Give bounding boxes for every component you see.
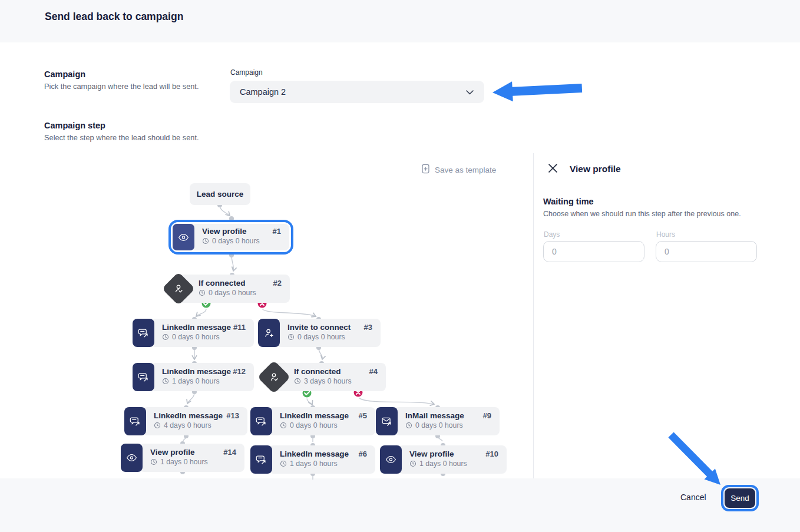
- flow-node-linkedin-message-12[interactable]: LinkedIn message#12 1 days 0 hours: [133, 363, 254, 391]
- clock-icon: [280, 422, 287, 429]
- campaign-section-label: Campaign: [44, 70, 85, 79]
- document-plus-icon: [421, 164, 430, 176]
- node-title: View profile: [150, 448, 195, 457]
- clock-icon: [162, 378, 169, 385]
- annotation-arrow-dropdown: [492, 81, 582, 101]
- flow-node-linkedin-message-5[interactable]: LinkedIn message#5 0 days 0 hours: [250, 407, 375, 435]
- mail-arrow-icon: [376, 407, 398, 435]
- node-title: If connected: [199, 279, 246, 288]
- node-number: #4: [369, 367, 378, 376]
- node-title: View profile: [202, 227, 247, 236]
- node-title: LinkedIn message: [280, 411, 349, 420]
- node-title: LinkedIn message: [162, 323, 231, 332]
- campaign-step-label: Campaign step: [44, 121, 105, 130]
- eye-icon: [380, 445, 402, 474]
- node-number: #1: [273, 227, 281, 236]
- flow-node-invite-to-connect-3[interactable]: Invite to connect#3 0 days 0 hours: [258, 319, 381, 347]
- chat-arrow-icon: [133, 363, 154, 391]
- hours-label: Hours: [656, 230, 675, 239]
- flow-node-linkedin-message-11[interactable]: LinkedIn message#11 0 days 0 hours: [133, 319, 254, 347]
- chat-arrow-icon: [124, 407, 146, 435]
- node-delay: 3 days 0 hours: [304, 377, 352, 385]
- node-number: #5: [359, 411, 367, 420]
- node-number: #13: [226, 411, 239, 420]
- panel-divider: [533, 153, 534, 478]
- eye-icon: [173, 224, 194, 250]
- flow-node-view-profile-1[interactable]: View profile#1 0 days 0 hours: [173, 224, 289, 250]
- node-number: #12: [233, 367, 246, 376]
- chat-arrow-icon: [250, 445, 272, 474]
- clock-icon: [294, 378, 301, 385]
- node-title: LinkedIn message: [162, 367, 231, 376]
- page-title: Send lead back to campaign: [45, 11, 183, 23]
- clock-icon: [287, 333, 295, 341]
- close-icon[interactable]: [548, 164, 560, 176]
- node-title: LinkedIn message: [280, 450, 349, 458]
- days-label: Days: [544, 230, 560, 239]
- send-button[interactable]: Send: [725, 488, 755, 508]
- chevron-down-icon: [466, 87, 474, 97]
- node-delay: 1 days 0 hours: [172, 377, 220, 385]
- person-plus-icon: [258, 319, 280, 347]
- lead-source-node[interactable]: Lead source: [190, 183, 250, 205]
- waiting-time-title: Waiting time: [543, 197, 594, 206]
- flow-node-linkedin-message-6[interactable]: LinkedIn message#6 1 days 0 hours: [250, 445, 375, 474]
- node-title: If connected: [294, 367, 341, 376]
- save-as-template-button[interactable]: Save as template: [421, 164, 496, 176]
- node-delay: 0 days 0 hours: [415, 421, 463, 429]
- node-title: View profile: [409, 450, 454, 458]
- node-number: #9: [483, 411, 491, 420]
- clock-icon: [154, 422, 161, 429]
- flow-node-view-profile-10[interactable]: View profile#10 1 days 0 hours: [380, 445, 507, 474]
- node-title: InMail message: [405, 411, 464, 420]
- node-title: LinkedIn message: [154, 411, 223, 420]
- node-delay: 1 days 0 hours: [419, 460, 467, 468]
- days-input[interactable]: [543, 241, 644, 262]
- node-number: #10: [485, 450, 498, 458]
- clock-icon: [280, 460, 287, 467]
- clock-icon: [162, 333, 169, 341]
- node-delay: 1 days 0 hours: [290, 460, 338, 468]
- node-number: #14: [223, 448, 236, 457]
- flow-node-inmail-message-9[interactable]: InMail message#9 0 days 0 hours: [376, 407, 500, 435]
- node-number: #11: [233, 323, 246, 332]
- node-number: #2: [273, 279, 282, 288]
- campaign-select-value: Campaign 2: [240, 87, 286, 97]
- campaign-field-label: Campaign: [230, 68, 263, 77]
- node-title: Invite to connect: [287, 323, 351, 332]
- selected-step-highlight: View profile#1 0 days 0 hours: [168, 220, 293, 255]
- campaign-select[interactable]: Campaign 2: [230, 81, 484, 103]
- chat-arrow-icon: [133, 319, 154, 347]
- node-delay: 1 days 0 hours: [160, 458, 208, 466]
- cancel-button[interactable]: Cancel: [680, 493, 706, 502]
- node-delay: 0 days 0 hours: [297, 333, 345, 341]
- panel-title: View profile: [570, 164, 621, 174]
- campaign-step-desc: Select the step where the lead should be…: [44, 133, 199, 142]
- waiting-time-desc: Choose when we should run this step afte…: [543, 210, 741, 218]
- chat-arrow-icon: [250, 407, 272, 435]
- clock-icon: [202, 237, 209, 244]
- node-number: #6: [359, 450, 367, 458]
- flow-node-linkedin-message-13[interactable]: LinkedIn message#13 4 days 0 hours: [124, 407, 247, 435]
- node-delay: 0 days 0 hours: [172, 333, 220, 341]
- modal-header: Send lead back to campaign: [0, 0, 800, 42]
- campaign-section-desc: Pick the campaign where the lead will be…: [44, 82, 199, 91]
- clock-icon: [405, 422, 412, 429]
- hours-input[interactable]: [656, 241, 757, 262]
- eye-icon: [121, 444, 143, 472]
- flow-node-view-profile-14[interactable]: View profile#14 1 days 0 hours: [121, 444, 244, 472]
- clock-icon: [199, 289, 206, 296]
- clock-icon: [409, 460, 416, 467]
- node-delay: 0 days 0 hours: [290, 421, 338, 429]
- clock-icon: [150, 458, 157, 465]
- modal-footer: [0, 478, 800, 532]
- send-highlight-ring: Send: [721, 485, 759, 511]
- save-as-template-label: Save as template: [435, 166, 496, 174]
- node-delay: 4 days 0 hours: [164, 421, 211, 429]
- node-number: #3: [364, 323, 372, 332]
- annotation-arrow-send: [668, 432, 720, 485]
- node-delay: 0 days 0 hours: [212, 237, 260, 245]
- node-delay: 0 days 0 hours: [209, 289, 256, 297]
